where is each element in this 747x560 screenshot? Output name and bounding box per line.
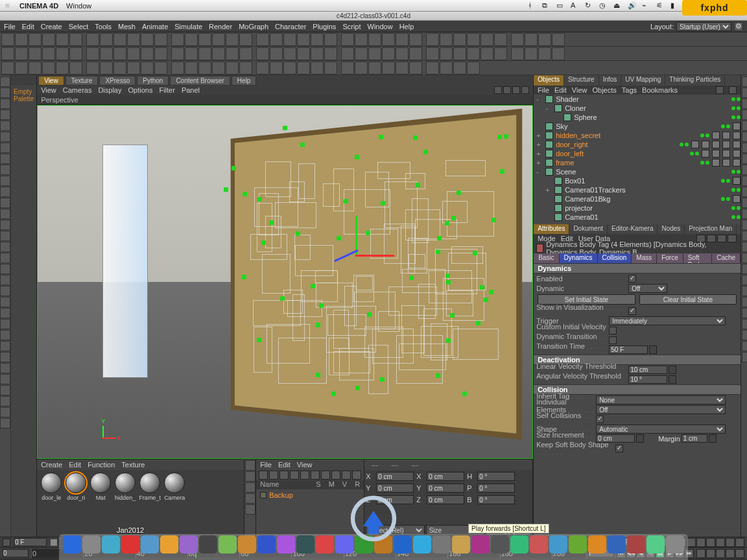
dock-app-icon[interactable] <box>219 535 237 554</box>
side-tool-button[interactable] <box>742 220 747 230</box>
tool-button[interactable] <box>409 62 422 75</box>
tool-button[interactable] <box>270 62 283 75</box>
side-tool-button[interactable] <box>742 341 747 351</box>
menu-item[interactable]: Tools <box>95 23 112 30</box>
tool-button[interactable] <box>552 47 565 60</box>
tool-button[interactable] <box>467 62 480 75</box>
menu-item[interactable]: Character <box>275 23 306 30</box>
tool-button[interactable] <box>453 62 466 75</box>
tool-button[interactable] <box>525 33 538 46</box>
visibility-editor-icon[interactable] <box>680 143 683 146</box>
side-tool-button[interactable] <box>0 76 10 87</box>
timeline-option-icon[interactable] <box>735 549 744 558</box>
tag-icon[interactable] <box>733 141 741 148</box>
tool-button[interactable] <box>409 47 422 60</box>
material-item[interactable]: Frame_t <box>138 472 161 505</box>
tool-button[interactable] <box>494 47 507 60</box>
tool-button[interactable] <box>270 33 283 46</box>
tool-button[interactable] <box>256 33 269 46</box>
side-tool-button[interactable] <box>0 198 10 208</box>
object-row[interactable]: +hidden_secret <box>534 131 741 140</box>
select-trigger[interactable]: Immediately <box>609 316 726 325</box>
tool-button[interactable] <box>154 47 167 60</box>
tool-button[interactable] <box>538 47 551 60</box>
dock-app-icon[interactable] <box>530 535 548 554</box>
side-tool-button[interactable] <box>742 132 747 142</box>
side-tool-button[interactable] <box>245 504 255 515</box>
om-menu-item[interactable]: File <box>538 86 549 94</box>
network-icon[interactable]: ⌁ <box>642 1 651 10</box>
mat-menu-item[interactable]: Texture <box>121 461 145 469</box>
tool-button[interactable] <box>171 62 184 75</box>
spinner-icon[interactable] <box>669 375 676 384</box>
menu-item[interactable]: Create <box>41 23 62 30</box>
tool-button[interactable] <box>467 33 480 46</box>
layer-row[interactable]: Backup <box>260 491 360 500</box>
tool-button[interactable] <box>283 62 296 75</box>
tab-python[interactable]: Python <box>137 76 169 86</box>
tool-button[interactable] <box>382 47 395 60</box>
side-tool-button[interactable] <box>0 308 10 318</box>
dock-app-icon[interactable] <box>452 535 470 554</box>
menu-item[interactable]: Simulate <box>174 23 202 30</box>
tool-button[interactable] <box>56 47 69 60</box>
tool-button[interactable] <box>1 47 14 60</box>
tag-icon[interactable] <box>733 150 741 158</box>
layout-select[interactable]: Startup (User) <box>676 22 731 31</box>
checkbox-dyn-trans[interactable] <box>609 336 617 344</box>
tag-icon[interactable] <box>712 150 720 158</box>
side-tool-button[interactable] <box>742 165 747 175</box>
menu-item[interactable]: Script <box>342 23 361 30</box>
vp-nav-icon[interactable] <box>494 86 502 94</box>
side-tool-button[interactable] <box>742 209 747 219</box>
input-trans-time[interactable] <box>609 345 648 354</box>
side-tool-button[interactable] <box>742 297 747 307</box>
side-tool-button[interactable] <box>0 242 10 252</box>
dock-app-icon[interactable] <box>121 535 139 554</box>
tool-button[interactable] <box>341 62 354 75</box>
side-tool-button[interactable] <box>0 165 10 175</box>
tool-button[interactable] <box>239 47 252 60</box>
side-tool-button[interactable] <box>742 121 747 131</box>
tag-icon[interactable] <box>712 132 720 139</box>
tool-button[interactable] <box>396 33 409 46</box>
tool-button[interactable] <box>324 47 337 60</box>
tool-button[interactable] <box>311 471 320 480</box>
visibility-editor-icon[interactable] <box>721 124 725 128</box>
expand-icon[interactable]: - <box>545 104 552 112</box>
side-tool-button[interactable] <box>742 275 747 285</box>
tool-button[interactable] <box>212 33 225 46</box>
expand-icon[interactable]: + <box>545 186 552 194</box>
side-tool-button[interactable] <box>245 460 255 471</box>
tag-icon[interactable] <box>712 159 720 167</box>
side-tool-button[interactable] <box>0 110 10 120</box>
tool-button[interactable] <box>113 62 126 75</box>
tool-button[interactable] <box>269 471 278 480</box>
vp-nav-icon[interactable] <box>503 86 511 94</box>
object-row[interactable]: Camera01Bkg <box>534 194 741 204</box>
dock-app-icon[interactable] <box>433 535 451 554</box>
timemachine-icon[interactable]: ◷ <box>599 1 608 10</box>
attr-subtab[interactable]: Cache <box>712 253 741 263</box>
mat-menu-item[interactable]: Create <box>41 461 62 469</box>
dock-app-icon[interactable] <box>199 535 217 554</box>
dock-app-icon[interactable] <box>627 535 645 554</box>
tool-button[interactable] <box>368 62 381 75</box>
timeline-option-icon[interactable] <box>687 538 696 547</box>
menu-item[interactable]: Plugins <box>313 23 336 30</box>
tool-button[interactable] <box>171 47 184 60</box>
dock-app-icon[interactable] <box>588 535 606 554</box>
dock-app-icon[interactable] <box>646 535 665 554</box>
dock-app-icon[interactable] <box>666 535 684 554</box>
object-row[interactable]: Box01 <box>534 176 741 185</box>
tool-button[interactable] <box>198 33 211 46</box>
menu-item[interactable]: Help <box>399 23 414 30</box>
tool-button[interactable] <box>538 33 551 46</box>
side-tool-button[interactable] <box>0 187 10 197</box>
tool-button[interactable] <box>355 62 368 75</box>
attr-tab[interactable]: Projection Man <box>685 224 737 234</box>
visibility-editor-icon[interactable] <box>731 215 735 219</box>
coord-x-size[interactable] <box>427 472 464 481</box>
checkbox-self-coll[interactable] <box>596 415 604 423</box>
dock-app-icon[interactable] <box>257 535 276 554</box>
